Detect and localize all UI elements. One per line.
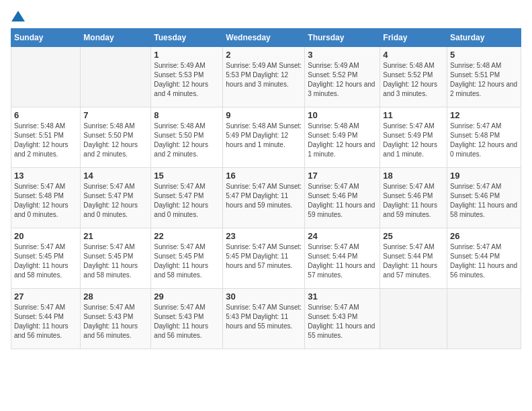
day-info: Sunrise: 5:47 AM Sunset: 5:43 PM Dayligh… [226,303,302,331]
day-number: 31 [308,291,377,302]
day-number: 26 [450,231,518,241]
day-info: Sunrise: 5:47 AM Sunset: 5:43 PM Dayligh… [154,303,220,340]
day-number: 6 [14,110,77,120]
day-number: 18 [383,171,444,181]
day-info: Sunrise: 5:48 AM Sunset: 5:51 PM Dayligh… [14,122,77,159]
day-info: Sunrise: 5:47 AM Sunset: 5:44 PM Dayligh… [383,242,444,280]
day-header-tuesday: Tuesday [151,29,223,47]
calendar-week-row: 13Sunrise: 5:47 AM Sunset: 5:48 PM Dayli… [11,168,521,228]
day-header-thursday: Thursday [305,29,380,47]
calendar-cell: 2Sunrise: 5:49 AM Sunset: 5:53 PM Daylig… [223,47,305,107]
day-number: 24 [308,231,377,241]
day-info: Sunrise: 5:47 AM Sunset: 5:47 PM Dayligh… [226,182,302,210]
day-number: 27 [14,291,77,302]
calendar-cell [81,47,151,107]
day-info: Sunrise: 5:48 AM Sunset: 5:52 PM Dayligh… [383,61,444,99]
day-number: 12 [450,110,518,120]
day-number: 19 [450,171,518,181]
page-header [11,11,521,21]
logo-icon [11,11,25,21]
day-info: Sunrise: 5:47 AM Sunset: 5:46 PM Dayligh… [308,182,377,220]
calendar-cell: 24Sunrise: 5:47 AM Sunset: 5:44 PM Dayli… [305,228,380,289]
day-info: Sunrise: 5:47 AM Sunset: 5:45 PM Dayligh… [83,242,148,280]
calendar-cell: 12Sunrise: 5:47 AM Sunset: 5:48 PM Dayli… [447,107,521,168]
calendar-cell: 22Sunrise: 5:47 AM Sunset: 5:45 PM Dayli… [151,228,223,289]
day-number: 23 [226,231,302,241]
day-info: Sunrise: 5:47 AM Sunset: 5:48 PM Dayligh… [14,182,77,220]
calendar-week-row: 27Sunrise: 5:47 AM Sunset: 5:44 PM Dayli… [11,289,521,349]
calendar-week-row: 6Sunrise: 5:48 AM Sunset: 5:51 PM Daylig… [11,107,521,168]
day-info: Sunrise: 5:47 AM Sunset: 5:46 PM Dayligh… [450,182,518,220]
day-number: 3 [308,50,377,60]
calendar-cell: 5Sunrise: 5:48 AM Sunset: 5:51 PM Daylig… [447,47,521,107]
calendar-cell: 13Sunrise: 5:47 AM Sunset: 5:48 PM Dayli… [11,168,81,228]
calendar-cell: 27Sunrise: 5:47 AM Sunset: 5:44 PM Dayli… [11,289,81,349]
day-number: 30 [226,291,302,302]
day-header-sunday: Sunday [11,29,81,47]
day-info: Sunrise: 5:47 AM Sunset: 5:47 PM Dayligh… [83,182,148,220]
calendar-cell: 1Sunrise: 5:49 AM Sunset: 5:53 PM Daylig… [151,47,223,107]
day-info: Sunrise: 5:47 AM Sunset: 5:45 PM Dayligh… [226,242,302,271]
calendar-cell: 23Sunrise: 5:47 AM Sunset: 5:45 PM Dayli… [223,228,305,289]
calendar-cell: 17Sunrise: 5:47 AM Sunset: 5:46 PM Dayli… [305,168,380,228]
calendar-week-row: 20Sunrise: 5:47 AM Sunset: 5:45 PM Dayli… [11,228,521,289]
calendar-cell: 6Sunrise: 5:48 AM Sunset: 5:51 PM Daylig… [11,107,81,168]
calendar-cell [380,289,447,349]
day-number: 22 [154,231,220,241]
calendar-week-row: 1Sunrise: 5:49 AM Sunset: 5:53 PM Daylig… [11,47,521,107]
day-info: Sunrise: 5:48 AM Sunset: 5:49 PM Dayligh… [226,122,302,150]
calendar-cell: 26Sunrise: 5:47 AM Sunset: 5:44 PM Dayli… [447,228,521,289]
day-info: Sunrise: 5:47 AM Sunset: 5:45 PM Dayligh… [154,242,220,280]
day-info: Sunrise: 5:47 AM Sunset: 5:47 PM Dayligh… [154,182,220,220]
day-number: 4 [383,50,444,60]
calendar-cell [11,47,81,107]
day-number: 5 [450,50,518,60]
day-number: 16 [226,171,302,181]
day-info: Sunrise: 5:47 AM Sunset: 5:44 PM Dayligh… [14,303,77,340]
calendar-cell: 14Sunrise: 5:47 AM Sunset: 5:47 PM Dayli… [81,168,151,228]
day-number: 14 [83,171,148,181]
day-number: 21 [83,231,148,241]
day-info: Sunrise: 5:48 AM Sunset: 5:50 PM Dayligh… [83,122,148,159]
day-info: Sunrise: 5:49 AM Sunset: 5:53 PM Dayligh… [154,61,220,99]
day-info: Sunrise: 5:48 AM Sunset: 5:50 PM Dayligh… [154,122,220,159]
calendar-cell: 19Sunrise: 5:47 AM Sunset: 5:46 PM Dayli… [447,168,521,228]
day-info: Sunrise: 5:47 AM Sunset: 5:46 PM Dayligh… [383,182,444,220]
day-header-saturday: Saturday [447,29,521,47]
day-number: 25 [383,231,444,241]
calendar-cell: 29Sunrise: 5:47 AM Sunset: 5:43 PM Dayli… [151,289,223,349]
day-info: Sunrise: 5:47 AM Sunset: 5:48 PM Dayligh… [450,122,518,159]
day-number: 17 [308,171,377,181]
day-header-monday: Monday [81,29,151,47]
days-header-row: SundayMondayTuesdayWednesdayThursdayFrid… [11,29,521,47]
day-header-wednesday: Wednesday [223,29,305,47]
calendar-cell: 11Sunrise: 5:47 AM Sunset: 5:49 PM Dayli… [380,107,447,168]
day-info: Sunrise: 5:48 AM Sunset: 5:51 PM Dayligh… [450,61,518,99]
day-number: 20 [14,231,77,241]
day-number: 28 [83,291,148,302]
calendar-cell: 10Sunrise: 5:48 AM Sunset: 5:49 PM Dayli… [305,107,380,168]
day-number: 11 [383,110,444,120]
calendar-cell: 31Sunrise: 5:47 AM Sunset: 5:43 PM Dayli… [305,289,380,349]
calendar-cell: 9Sunrise: 5:48 AM Sunset: 5:49 PM Daylig… [223,107,305,168]
calendar-cell: 20Sunrise: 5:47 AM Sunset: 5:45 PM Dayli… [11,228,81,289]
calendar-cell: 3Sunrise: 5:49 AM Sunset: 5:52 PM Daylig… [305,47,380,107]
calendar-table: SundayMondayTuesdayWednesdayThursdayFrid… [11,28,521,349]
calendar-cell: 15Sunrise: 5:47 AM Sunset: 5:47 PM Dayli… [151,168,223,228]
calendar-cell: 16Sunrise: 5:47 AM Sunset: 5:47 PM Dayli… [223,168,305,228]
day-info: Sunrise: 5:47 AM Sunset: 5:43 PM Dayligh… [83,303,148,340]
day-header-friday: Friday [380,29,447,47]
day-info: Sunrise: 5:47 AM Sunset: 5:49 PM Dayligh… [383,122,444,159]
svg-marker-0 [11,11,25,21]
day-info: Sunrise: 5:47 AM Sunset: 5:45 PM Dayligh… [14,242,77,280]
calendar-cell: 8Sunrise: 5:48 AM Sunset: 5:50 PM Daylig… [151,107,223,168]
day-number: 2 [226,50,302,60]
calendar-cell: 30Sunrise: 5:47 AM Sunset: 5:43 PM Dayli… [223,289,305,349]
day-info: Sunrise: 5:49 AM Sunset: 5:52 PM Dayligh… [308,61,377,99]
day-number: 1 [154,50,220,60]
day-info: Sunrise: 5:47 AM Sunset: 5:43 PM Dayligh… [308,303,377,340]
day-info: Sunrise: 5:49 AM Sunset: 5:53 PM Dayligh… [226,61,302,89]
day-info: Sunrise: 5:48 AM Sunset: 5:49 PM Dayligh… [308,122,377,159]
calendar-cell: 25Sunrise: 5:47 AM Sunset: 5:44 PM Dayli… [380,228,447,289]
calendar-cell: 21Sunrise: 5:47 AM Sunset: 5:45 PM Dayli… [81,228,151,289]
